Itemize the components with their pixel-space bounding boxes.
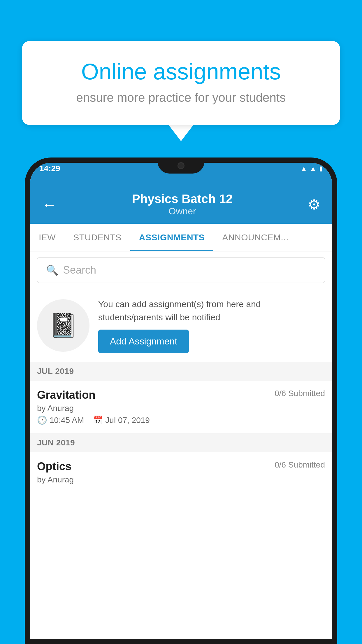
app-header: 14:29 ▲ ▲ ▮ ← Physics Batch 12 Owner ⚙: [30, 163, 332, 224]
wifi-icon: ▲: [301, 165, 307, 172]
signal-icon: ▲: [310, 165, 316, 172]
tab-assignments[interactable]: ASSIGNMENTS: [130, 224, 214, 251]
assignment-date: Jul 07, 2019: [105, 416, 150, 425]
phone-outer: 14:29 ▲ ▲ ▮ ← Physics Batch 12 Owner ⚙: [25, 158, 337, 644]
tab-announcements[interactable]: ANNOUNCEM...: [213, 224, 297, 251]
assignment-info: You can add assignment(s) from here and …: [98, 298, 325, 353]
assignment-name: Gravitation: [37, 389, 96, 401]
table-row[interactable]: Optics 0/6 Submitted by Anurag: [30, 452, 332, 495]
assignment-name-2: Optics: [37, 460, 71, 473]
speech-bubble-subtitle: ensure more practice for your students: [45, 91, 317, 105]
back-arrow-icon: ←: [42, 196, 57, 213]
section-header-jul: JUL 2019: [30, 362, 332, 381]
header-center: Physics Batch 12 Owner: [57, 192, 308, 217]
time-item: 🕐 10:45 AM: [37, 415, 84, 425]
clock-icon: 🕐: [37, 415, 47, 425]
assignment-by-2: by Anurag: [37, 475, 325, 484]
assignment-time: 10:45 AM: [50, 416, 84, 425]
date-item: 📅 Jul 07, 2019: [93, 415, 150, 425]
search-bar-container: 🔍 Search: [30, 251, 332, 289]
speech-bubble-container: Online assignments ensure more practice …: [22, 41, 340, 141]
notebook-icon: 📓: [49, 312, 78, 339]
assignment-icon-circle: 📓: [37, 299, 89, 352]
gear-icon: ⚙: [308, 197, 320, 212]
add-assignment-button[interactable]: Add Assignment: [98, 330, 189, 353]
battery-icon: ▮: [319, 165, 323, 172]
settings-button[interactable]: ⚙: [308, 196, 320, 213]
search-icon: 🔍: [46, 264, 58, 276]
add-assignment-section: 📓 You can add assignment(s) from here an…: [30, 289, 332, 362]
phone-screen: 14:29 ▲ ▲ ▮ ← Physics Batch 12 Owner ⚙: [30, 163, 332, 639]
back-button[interactable]: ←: [42, 196, 57, 213]
assignment-item-row: Gravitation 0/6 Submitted: [37, 389, 325, 401]
assignment-item-row-2: Optics 0/6 Submitted: [37, 460, 325, 473]
tab-iew[interactable]: IEW: [30, 224, 64, 251]
assignment-time-row: 🕐 10:45 AM 📅 Jul 07, 2019: [37, 415, 325, 425]
table-row[interactable]: Gravitation 0/6 Submitted by Anurag 🕐 10…: [30, 381, 332, 433]
phone-container: 14:29 ▲ ▲ ▮ ← Physics Batch 12 Owner ⚙: [25, 158, 337, 644]
assignment-submitted: 0/6 Submitted: [275, 389, 325, 398]
header-title: Physics Batch 12: [57, 192, 308, 206]
speech-bubble-title: Online assignments: [45, 58, 317, 85]
search-bar[interactable]: 🔍 Search: [37, 257, 325, 283]
status-time: 14:29: [39, 164, 60, 173]
speech-bubble: Online assignments ensure more practice …: [22, 41, 340, 125]
speech-bubble-arrow: [169, 125, 193, 141]
header-subtitle: Owner: [57, 206, 308, 217]
assignment-by: by Anurag: [37, 404, 325, 413]
assignment-list: JUL 2019 Gravitation 0/6 Submitted by An…: [30, 362, 332, 639]
assignment-description: You can add assignment(s) from here and …: [98, 298, 325, 324]
status-icons: ▲ ▲ ▮: [301, 165, 323, 172]
section-header-jun: JUN 2019: [30, 433, 332, 452]
search-placeholder: Search: [63, 264, 96, 276]
tab-students[interactable]: STUDENTS: [64, 224, 130, 251]
calendar-icon: 📅: [93, 415, 103, 425]
tabs-bar: IEW STUDENTS ASSIGNMENTS ANNOUNCEM...: [30, 224, 332, 251]
assignment-submitted-2: 0/6 Submitted: [275, 460, 325, 470]
